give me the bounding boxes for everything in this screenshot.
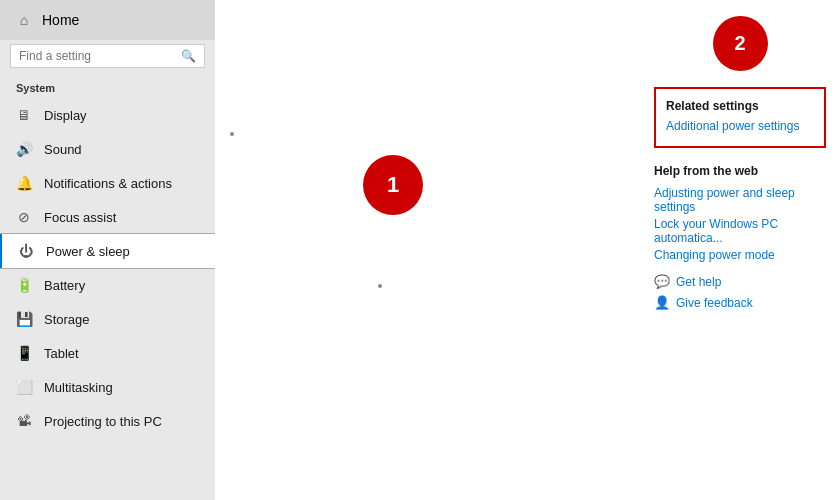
home-icon: ⌂ [16, 12, 32, 28]
search-box[interactable]: 🔍 [10, 44, 205, 68]
projecting-icon: 📽 [16, 413, 32, 429]
sidebar-item-tablet[interactable]: 📱Tablet [0, 336, 215, 370]
sidebar-item-projecting[interactable]: 📽Projecting to this PC [0, 404, 215, 438]
sidebar-item-sound[interactable]: 🔊Sound [0, 132, 215, 166]
sidebar-item-label-battery: Battery [44, 278, 85, 293]
sound-icon: 🔊 [16, 141, 32, 157]
get-help-icon: 💬 [654, 274, 670, 289]
sidebar-item-label-power: Power & sleep [46, 244, 130, 259]
search-icon: 🔍 [181, 49, 196, 63]
main-content: 1 2 Related settings Additional power se… [215, 0, 840, 500]
sidebar-item-label-tablet: Tablet [44, 346, 79, 361]
sidebar: ⌂ Home 🔍 System 🖥Display🔊Sound🔔Notificat… [0, 0, 215, 500]
home-label: Home [42, 12, 79, 28]
sidebar-item-label-focus: Focus assist [44, 210, 116, 225]
decorative-dot [230, 132, 234, 136]
help-title: Help from the web [654, 164, 826, 178]
help-link-2[interactable]: Changing power mode [654, 248, 826, 262]
related-settings-box: Related settings Additional power settin… [654, 87, 826, 148]
give-feedback-icon: 👤 [654, 295, 670, 310]
additional-power-link[interactable]: Additional power settings [666, 119, 814, 133]
system-label: System [0, 76, 215, 98]
sidebar-item-label-sound: Sound [44, 142, 82, 157]
tablet-icon: 📱 [16, 345, 32, 361]
multitasking-icon: ⬜ [16, 379, 32, 395]
annotation-circle-2: 2 [713, 16, 768, 71]
search-input[interactable] [19, 49, 175, 63]
sidebar-item-multitasking[interactable]: ⬜Multitasking [0, 370, 215, 404]
sidebar-item-display[interactable]: 🖥Display [0, 98, 215, 132]
notifications-icon: 🔔 [16, 175, 32, 191]
display-icon: 🖥 [16, 107, 32, 123]
related-settings-title: Related settings [666, 99, 814, 113]
center-area: 1 [215, 0, 640, 500]
give-feedback-row[interactable]: 👤 Give feedback [654, 295, 826, 310]
help-link-1[interactable]: Lock your Windows PC automatica... [654, 217, 826, 245]
sidebar-item-notifications[interactable]: 🔔Notifications & actions [0, 166, 215, 200]
focus-icon: ⊘ [16, 209, 32, 225]
storage-icon: 💾 [16, 311, 32, 327]
sidebar-item-label-display: Display [44, 108, 87, 123]
power-icon: ⏻ [18, 243, 34, 259]
sidebar-item-storage[interactable]: 💾Storage [0, 302, 215, 336]
right-panel: 2 Related settings Additional power sett… [640, 0, 840, 500]
sidebar-item-battery[interactable]: 🔋Battery [0, 268, 215, 302]
sidebar-item-label-multitasking: Multitasking [44, 380, 113, 395]
sidebar-item-label-notifications: Notifications & actions [44, 176, 172, 191]
help-link-0[interactable]: Adjusting power and sleep settings [654, 186, 826, 214]
sidebar-item-label-projecting: Projecting to this PC [44, 414, 162, 429]
nav-list: 🖥Display🔊Sound🔔Notifications & actions⊘F… [0, 98, 215, 438]
sidebar-item-label-storage: Storage [44, 312, 90, 327]
sidebar-home-button[interactable]: ⌂ Home [0, 0, 215, 40]
get-help-row[interactable]: 💬 Get help [654, 274, 826, 289]
annotation-circle-1: 1 [363, 155, 423, 215]
help-links: Adjusting power and sleep settings Lock … [654, 186, 826, 262]
decorative-dot [378, 284, 382, 288]
sidebar-item-power[interactable]: ⏻Power & sleep [0, 234, 215, 268]
give-feedback-link[interactable]: Give feedback [676, 296, 753, 310]
battery-icon: 🔋 [16, 277, 32, 293]
sidebar-item-focus[interactable]: ⊘Focus assist [0, 200, 215, 234]
get-help-link[interactable]: Get help [676, 275, 721, 289]
